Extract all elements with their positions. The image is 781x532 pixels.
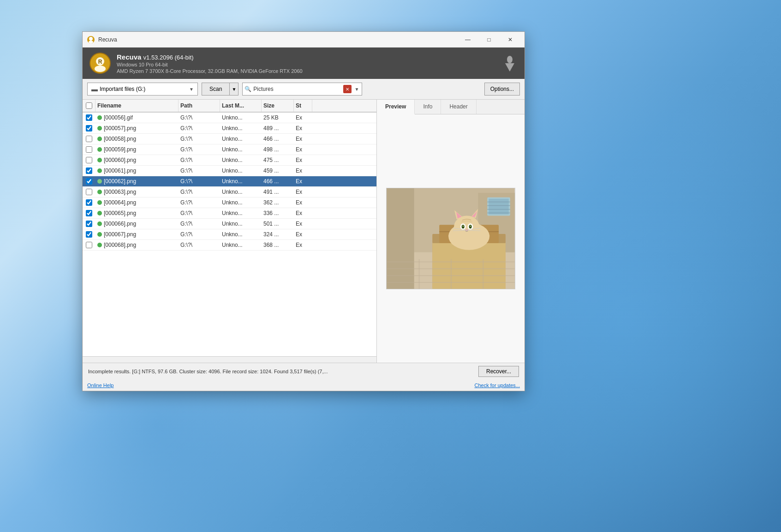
row-state: Ex bbox=[294, 113, 312, 123]
row-check-cell bbox=[83, 188, 95, 196]
table-row[interactable]: [000058].pngG:\?\Unkno...466 ...Ex bbox=[83, 134, 376, 144]
row-checkbox[interactable] bbox=[86, 221, 92, 227]
row-checkbox[interactable] bbox=[86, 231, 92, 238]
file-status-dot-icon bbox=[97, 137, 102, 141]
horizontal-scrollbar[interactable] bbox=[83, 356, 376, 363]
drive-selector[interactable]: ▬ Important files (G:) ▼ bbox=[87, 83, 198, 96]
svg-rect-29 bbox=[419, 259, 420, 289]
tab-header[interactable]: Header bbox=[441, 100, 476, 114]
filter-dropdown-arrow-icon[interactable]: ▼ bbox=[353, 87, 360, 92]
table-row[interactable]: [000057].pngG:\?\Unkno...489 ...Ex bbox=[83, 123, 376, 134]
row-last-modified: Unkno... bbox=[220, 113, 262, 123]
row-filename: [000065].png bbox=[95, 208, 179, 218]
row-path: G:\?\ bbox=[179, 219, 220, 229]
maximize-button[interactable]: □ bbox=[478, 32, 500, 48]
tab-preview[interactable]: Preview bbox=[377, 100, 415, 114]
row-state: Ex bbox=[294, 155, 312, 165]
row-size: 362 ... bbox=[262, 197, 294, 208]
svg-rect-14 bbox=[489, 199, 509, 215]
row-path: G:\?\ bbox=[179, 166, 220, 176]
right-panel: Preview Info Header bbox=[377, 100, 525, 363]
row-check-cell bbox=[83, 177, 95, 185]
minimize-button[interactable]: — bbox=[457, 32, 478, 48]
column-header-filename[interactable]: Filename bbox=[95, 100, 179, 112]
row-check-cell bbox=[83, 145, 95, 154]
row-path: G:\?\ bbox=[179, 229, 220, 239]
row-last-modified: Unkno... bbox=[220, 176, 262, 186]
table-row[interactable]: [000066].pngG:\?\Unkno...501 ...Ex bbox=[83, 219, 376, 229]
svg-marker-8 bbox=[505, 63, 514, 72]
app-header: R Recuva v1.53.2096 (64-bit) Windows 10 … bbox=[83, 48, 525, 79]
row-checkbox[interactable] bbox=[86, 189, 92, 195]
row-path: G:\?\ bbox=[179, 134, 220, 144]
row-size: 466 ... bbox=[262, 176, 294, 186]
filter-clear-button[interactable]: ✕ bbox=[343, 85, 352, 93]
row-checkbox[interactable] bbox=[86, 242, 92, 248]
table-row[interactable]: [000063].pngG:\?\Unkno...491 ...Ex bbox=[83, 187, 376, 197]
row-checkbox[interactable] bbox=[86, 199, 92, 206]
row-state: Ex bbox=[294, 134, 312, 144]
row-filename: [000059].png bbox=[95, 144, 179, 155]
column-header-state[interactable]: St bbox=[294, 100, 312, 112]
table-row[interactable]: [000060].pngG:\?\Unkno...475 ...Ex bbox=[83, 155, 376, 166]
row-checkbox[interactable] bbox=[86, 114, 92, 121]
row-size: 491 ... bbox=[262, 187, 294, 197]
online-help-link[interactable]: Online Help bbox=[87, 383, 113, 388]
scan-dropdown-arrow-icon: ▼ bbox=[232, 87, 236, 92]
row-state: Ex bbox=[294, 123, 312, 133]
options-button[interactable]: Options... bbox=[484, 83, 520, 96]
row-checkbox[interactable] bbox=[86, 167, 92, 174]
row-path: G:\?\ bbox=[179, 144, 220, 155]
drive-icon: ▬ bbox=[91, 85, 98, 93]
table-row[interactable]: [000068].pngG:\?\Unkno...368 ...Ex bbox=[83, 240, 376, 251]
column-header-size[interactable]: Size bbox=[262, 100, 294, 112]
row-path: G:\?\ bbox=[179, 240, 220, 250]
svg-point-7 bbox=[507, 56, 513, 63]
row-last-modified: Unkno... bbox=[220, 144, 262, 155]
row-checkbox[interactable] bbox=[86, 146, 92, 153]
svg-point-41 bbox=[469, 225, 472, 228]
column-header-check[interactable] bbox=[83, 100, 95, 112]
table-row[interactable]: [000059].pngG:\?\Unkno...498 ...Ex bbox=[83, 144, 376, 155]
file-panel: Filename Path Last M... Size St [000056]… bbox=[83, 100, 377, 363]
row-size: 498 ... bbox=[262, 144, 294, 155]
svg-rect-30 bbox=[451, 259, 452, 289]
app-icon bbox=[86, 35, 95, 44]
table-row[interactable]: [000062].pngG:\?\Unkno...466 ...Ex bbox=[83, 176, 376, 187]
file-status-dot-icon bbox=[97, 190, 102, 194]
row-checkbox[interactable] bbox=[86, 157, 92, 163]
table-row[interactable]: [000061].pngG:\?\Unkno...459 ...Ex bbox=[83, 166, 376, 176]
check-updates-link[interactable]: Check for updates... bbox=[475, 383, 520, 388]
row-state: Ex bbox=[294, 240, 312, 250]
svg-point-2 bbox=[89, 41, 93, 43]
column-header-path[interactable]: Path bbox=[179, 100, 220, 112]
row-check-cell bbox=[83, 220, 95, 228]
close-button[interactable]: ✕ bbox=[500, 32, 521, 48]
row-state: Ex bbox=[294, 197, 312, 208]
file-list[interactable]: [000056].gifG:\?\Unkno...25 KBEx[000057]… bbox=[83, 113, 376, 356]
row-checkbox[interactable] bbox=[86, 178, 92, 185]
table-row[interactable]: [000056].gifG:\?\Unkno...25 KBEx bbox=[83, 113, 376, 123]
row-checkbox[interactable] bbox=[86, 125, 92, 132]
row-size: 475 ... bbox=[262, 155, 294, 165]
row-check-cell bbox=[83, 167, 95, 175]
row-filename: [000066].png bbox=[95, 219, 179, 229]
title-bar: Recuva — □ ✕ bbox=[83, 32, 525, 48]
tab-info[interactable]: Info bbox=[415, 100, 441, 114]
scan-dropdown-button[interactable]: ▼ bbox=[229, 83, 238, 96]
row-checkbox[interactable] bbox=[86, 210, 92, 216]
scan-button[interactable]: Scan bbox=[202, 83, 229, 96]
column-header-last-modified[interactable]: Last M... bbox=[220, 100, 262, 112]
select-all-checkbox[interactable] bbox=[86, 102, 92, 109]
filter-box: 🔍 Pictures ✕ ▼ bbox=[242, 83, 362, 96]
table-row[interactable]: [000067].pngG:\?\Unkno...324 ...Ex bbox=[83, 229, 376, 240]
row-checkbox[interactable] bbox=[86, 136, 92, 142]
table-row[interactable]: [000064].pngG:\?\Unkno...362 ...Ex bbox=[83, 197, 376, 208]
preview-area bbox=[377, 114, 525, 363]
recuva-icon: R bbox=[89, 52, 111, 74]
status-bar: Incomplete results. [G:] NTFS, 97.6 GB. … bbox=[83, 363, 525, 380]
recover-button[interactable]: Recover... bbox=[478, 366, 519, 377]
table-header: Filename Path Last M... Size St bbox=[83, 100, 376, 113]
table-row[interactable]: [000065].pngG:\?\Unkno...336 ...Ex bbox=[83, 208, 376, 219]
app-header-info: Recuva v1.53.2096 (64-bit) Windows 10 Pr… bbox=[117, 53, 496, 74]
